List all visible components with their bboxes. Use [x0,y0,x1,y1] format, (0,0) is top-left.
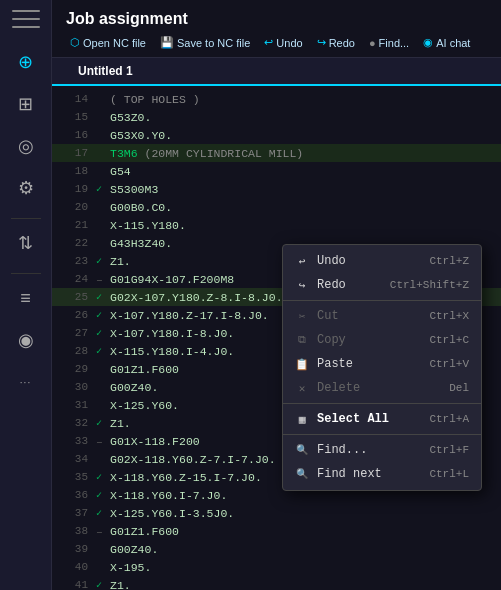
ctx-sep-3 [283,434,481,435]
ctx-find-next-shortcut: Ctrl+L [429,468,469,480]
ctx-select-all-label: Select All [317,412,389,426]
find-button[interactable]: ● Find... [365,35,413,51]
save-nc-button[interactable]: 💾 Save to NC file [156,34,254,51]
undo-button[interactable]: ↩ Undo [260,34,306,51]
code-editor[interactable]: 14 ( TOP HOLES ) 15 G53Z0. 16 G53X0.Y0. … [52,86,501,590]
header: Job assignment ⬡ Open NC file 💾 Save to … [52,0,501,58]
ctx-copy-shortcut: Ctrl+C [429,334,469,346]
ctx-paste-label: Paste [317,357,353,371]
compass-icon[interactable]: ◎ [8,128,44,164]
ctx-find-label: Find... [317,443,367,457]
cut-ctx-icon: ✂ [295,310,309,323]
ctx-undo-shortcut: Ctrl+Z [429,255,469,267]
arrows-icon[interactable]: ⇅ [8,225,44,261]
find-next-ctx-icon: 🔍 [295,468,309,480]
ctx-redo[interactable]: ↪ Redo Ctrl+Shift+Z [283,273,481,297]
ctx-find-next[interactable]: 🔍 Find next Ctrl+L [283,462,481,486]
ai-icon: ◉ [423,36,433,49]
more-icon[interactable]: ··· [8,364,44,400]
sidebar-divider-1 [11,218,41,219]
copy-ctx-icon: ⧉ [295,334,309,346]
table-row: 41 ✓ Z1. [52,576,501,590]
undo-icon: ↩ [264,36,273,49]
context-menu: ↩ Undo Ctrl+Z ↪ Redo Ctrl+Shift+Z ✂ Cut … [282,244,482,491]
redo-button[interactable]: ↪ Redo [313,34,359,51]
ctx-copy: ⧉ Copy Ctrl+C [283,328,481,352]
ctx-select-all-shortcut: Ctrl+A [429,413,469,425]
ctx-sep-2 [283,403,481,404]
redo-icon: ↪ [317,36,326,49]
table-row: 21 X-115.Y180. [52,216,501,234]
main-panel: Job assignment ⬡ Open NC file 💾 Save to … [52,0,501,590]
ctx-find[interactable]: 🔍 Find... Ctrl+F [283,438,481,462]
table-row: 39 G00Z40. [52,540,501,558]
table-row: 40 X-195. [52,558,501,576]
select-all-ctx-icon: ▦ [295,413,309,426]
ctx-delete-shortcut: Del [449,382,469,394]
open-icon: ⬡ [70,36,80,49]
ctx-delete: ✕ Delete Del [283,376,481,400]
tab-untitled-1[interactable]: Untitled 1 [66,58,145,86]
find-ctx-icon: 🔍 [295,444,309,456]
table-row: 14 ( TOP HOLES ) [52,90,501,108]
tab-bar: Untitled 1 [52,58,501,86]
ctx-find-shortcut: Ctrl+F [429,444,469,456]
settings2-icon[interactable]: ◉ [8,322,44,358]
sidebar: ⊕ ⊞ ◎ ⚙ ⇅ ≡ ◉ ··· [0,0,52,590]
ctx-sep-1 [283,300,481,301]
open-nc-button[interactable]: ⬡ Open NC file [66,34,150,51]
delete-ctx-icon: ✕ [295,382,309,395]
ai-chat-button[interactable]: ◉ AI chat [419,34,474,51]
ctx-paste[interactable]: 📋 Paste Ctrl+V [283,352,481,376]
toolbar: ⬡ Open NC file 💾 Save to NC file ↩ Undo … [66,34,487,51]
filter-icon[interactable]: ≡ [8,280,44,316]
gear-icon[interactable]: ⚙ [8,170,44,206]
ctx-paste-shortcut: Ctrl+V [429,358,469,370]
ctx-cut-shortcut: Ctrl+X [429,310,469,322]
hamburger-menu[interactable] [12,10,40,28]
paste-ctx-icon: 📋 [295,358,309,371]
ctx-cut: ✂ Cut Ctrl+X [283,304,481,328]
undo-ctx-icon: ↩ [295,255,309,268]
table-row: 20 G00B0.C0. [52,198,501,216]
table-row: 17 T3M6 (20MM CYLINDRICAL MILL) [52,144,501,162]
table-row: 38 – G01Z1.F600 [52,522,501,540]
ctx-redo-label: Redo [317,278,346,292]
table-row: 18 G54 [52,162,501,180]
table-row: 15 G53Z0. [52,108,501,126]
ctx-redo-shortcut: Ctrl+Shift+Z [390,279,469,291]
globe-icon[interactable]: ⊕ [8,44,44,80]
table-row: 16 G53X0.Y0. [52,126,501,144]
ctx-select-all[interactable]: ▦ Select All Ctrl+A [283,407,481,431]
find-icon: ● [369,37,376,49]
ctx-undo[interactable]: ↩ Undo Ctrl+Z [283,249,481,273]
redo-ctx-icon: ↪ [295,279,309,292]
table-row: 37 ✓ X-125.Y60.I-3.5J0. [52,504,501,522]
sidebar-divider-2 [11,273,41,274]
save-icon: 💾 [160,36,174,49]
ctx-cut-label: Cut [317,309,339,323]
ctx-delete-label: Delete [317,381,360,395]
ctx-copy-label: Copy [317,333,346,347]
ctx-find-next-label: Find next [317,467,382,481]
page-title: Job assignment [66,10,487,28]
grid-icon[interactable]: ⊞ [8,86,44,122]
ctx-undo-label: Undo [317,254,346,268]
table-row: 19 ✓ S5300M3 [52,180,501,198]
